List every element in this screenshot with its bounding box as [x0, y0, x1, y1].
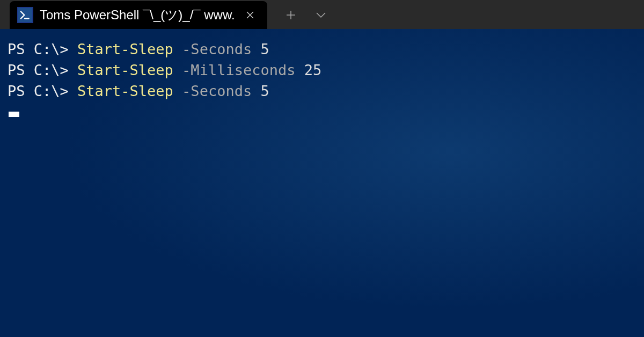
cmdlet: Start-Sleep: [77, 62, 173, 78]
prompt: PS C:\>: [8, 62, 77, 78]
close-icon[interactable]: [241, 9, 259, 21]
terminal-line: PS C:\> Start-Sleep -Seconds 5: [8, 39, 636, 60]
cmdlet: Start-Sleep: [77, 41, 173, 57]
tab-dropdown-button[interactable]: [312, 6, 330, 24]
terminal-body[interactable]: PS C:\> Start-Sleep -Seconds 5 PS C:\> S…: [0, 29, 644, 337]
parameter: -Milliseconds: [173, 62, 304, 78]
tab-powershell[interactable]: Toms PowerShell ¯\_(ツ)_/¯ www.: [10, 1, 267, 29]
svg-rect-0: [18, 8, 32, 22]
terminal-line: PS C:\> Start-Sleep -Milliseconds 25: [8, 60, 636, 80]
prompt: PS C:\>: [8, 41, 77, 57]
titlebar-actions: [267, 1, 330, 29]
titlebar: Toms PowerShell ¯\_(ツ)_/¯ www.: [0, 0, 644, 29]
parameter: -Seconds: [173, 41, 261, 57]
value: 5: [260, 41, 269, 57]
terminal-line: PS C:\> Start-Sleep -Seconds 5: [8, 80, 636, 101]
value: 5: [260, 83, 269, 99]
new-tab-button[interactable]: [282, 6, 299, 24]
powershell-icon: [17, 7, 33, 23]
cmdlet: Start-Sleep: [77, 83, 173, 99]
cursor: [8, 101, 636, 122]
prompt: PS C:\>: [8, 83, 77, 99]
value: 25: [304, 62, 322, 78]
tab-title: Toms PowerShell ¯\_(ツ)_/¯ www.: [40, 6, 235, 24]
parameter: -Seconds: [173, 83, 261, 99]
